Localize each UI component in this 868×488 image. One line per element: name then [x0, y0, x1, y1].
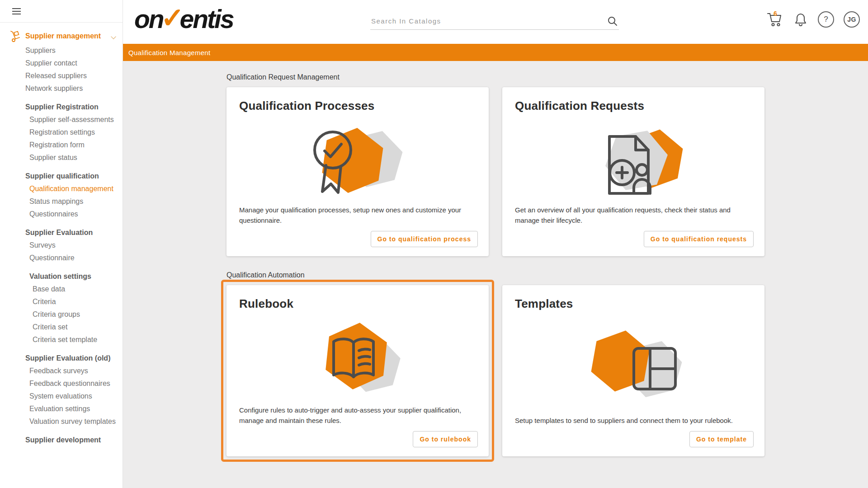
- breadcrumb-bar: Qualification Management: [123, 44, 868, 61]
- catalog-search: [370, 13, 619, 30]
- sidebar-item-status-mappings[interactable]: Status mappings: [0, 195, 123, 208]
- chevron-down-icon[interactable]: [111, 33, 116, 42]
- card-description: Manage your qualification processes, set…: [239, 205, 478, 225]
- cards-row-2: Rulebook: [226, 285, 868, 462]
- sidebar-item-supplier-management[interactable]: Supplier management: [0, 28, 123, 44]
- sidebar: Supplier management Suppliers Supplier c…: [0, 0, 123, 488]
- sidebar-item-supplier-status[interactable]: Supplier status: [0, 151, 123, 164]
- card-title: Templates: [515, 297, 754, 311]
- sidebar-item-network-suppliers[interactable]: Network suppliers: [0, 82, 123, 95]
- sidebar-item-suppliers[interactable]: Suppliers: [0, 44, 123, 57]
- section-label-qualification-request-management: Qualification Request Management: [226, 73, 868, 81]
- card-description: Setup templates to send to suppliers and…: [515, 416, 754, 426]
- go-to-rulebook-button[interactable]: Go to rulebook: [413, 431, 478, 447]
- app-root: Supplier management Suppliers Supplier c…: [0, 0, 868, 488]
- sidebar-item-questionnaire[interactable]: Questionnaire: [0, 252, 123, 264]
- cards-row-1: Qualification Processes Manage your qual…: [226, 87, 868, 256]
- card-actions: Go to qualification process: [237, 231, 478, 247]
- document-person-hexagon-icon: [513, 113, 754, 205]
- sidebar-item-surveys[interactable]: Surveys: [0, 239, 123, 252]
- card-actions: Go to template: [513, 431, 754, 447]
- card-title: Rulebook: [239, 297, 478, 311]
- go-to-qualification-process-button[interactable]: Go to qualification process: [371, 231, 478, 247]
- sidebar-item-criteria[interactable]: Criteria: [0, 296, 123, 308]
- sidebar-item-registration-settings[interactable]: Registration settings: [0, 126, 123, 139]
- sidebar-item-base-data[interactable]: Base data: [0, 283, 123, 296]
- logo-text-on: on: [134, 5, 163, 33]
- card-title: Qualification Processes: [239, 99, 478, 113]
- cart-count-badge: 6: [774, 10, 777, 17]
- header-icons: 6 ? JG: [766, 11, 860, 28]
- card-qualification-requests: Qualification Requests: [502, 87, 764, 256]
- logo-text-entis: entis: [180, 5, 233, 33]
- card-rulebook: Rulebook: [226, 285, 489, 456]
- section-label-qualification-automation: Qualification Automation: [226, 271, 868, 279]
- card-title: Qualification Requests: [515, 99, 754, 113]
- user-avatar[interactable]: JG: [844, 11, 860, 28]
- sidebar-item-evaluation-settings[interactable]: Evaluation settings: [0, 403, 123, 415]
- card-description: Get an overview of all your qualificatio…: [515, 205, 754, 225]
- sidebar-item-criteria-set[interactable]: Criteria set: [0, 321, 123, 333]
- page-title: Qualification Management: [128, 49, 210, 56]
- sidebar-item-supplier-self-assessments[interactable]: Supplier self-assessments: [0, 113, 123, 126]
- sidebar-section-supplier-qualification: Supplier qualification: [0, 170, 123, 183]
- card-qualification-processes: Qualification Processes Manage your qual…: [226, 87, 489, 256]
- sidebar-item-feedback-questionnaires[interactable]: Feedback questionnaires: [0, 377, 123, 390]
- award-hexagon-icon: [237, 113, 478, 205]
- rulebook-highlight-border: Rulebook: [221, 280, 494, 462]
- help-icon[interactable]: ?: [818, 11, 834, 28]
- sidebar-item-valuation-survey-templates[interactable]: Valuation survey templates: [0, 415, 123, 428]
- sidebar-nav: Supplier management Suppliers Supplier c…: [0, 23, 123, 446]
- go-to-template-button[interactable]: Go to template: [689, 431, 754, 447]
- search-input[interactable]: [370, 17, 606, 25]
- main-content: Qualification Request Management Qualifi…: [123, 61, 868, 488]
- card-description: Configure rules to auto-trigger and auto…: [239, 405, 478, 426]
- sidebar-item-registration-form[interactable]: Registration form: [0, 139, 123, 151]
- cart-icon[interactable]: 6: [766, 11, 783, 28]
- sidebar-item-criteria-set-template[interactable]: Criteria set template: [0, 333, 123, 346]
- onventis-logo[interactable]: on✓entis: [134, 2, 233, 35]
- sidebar-section-supplier-registration: Supplier Registration: [0, 101, 123, 113]
- open-book-hexagon-icon: [237, 311, 478, 405]
- go-to-qualification-requests-button[interactable]: Go to qualification requests: [644, 231, 754, 247]
- sidebar-item-feedback-surveys[interactable]: Feedback surveys: [0, 365, 123, 377]
- card-templates: Templates Setup templates to send to sup…: [502, 285, 764, 456]
- sidebar-item-released-suppliers[interactable]: Released suppliers: [0, 70, 123, 82]
- sidebar-item-system-evaluations[interactable]: System evaluations: [0, 390, 123, 403]
- sidebar-item-label: Supplier management: [25, 32, 101, 40]
- sidebar-item-criteria-groups[interactable]: Criteria groups: [0, 308, 123, 321]
- sidebar-section-supplier-evaluation: Supplier Evaluation: [0, 226, 123, 239]
- card-actions: Go to qualification requests: [513, 231, 754, 247]
- sidebar-item-qualification-management[interactable]: Qualification management: [0, 183, 123, 195]
- sidebar-section-valuation-settings: Valuation settings: [0, 270, 123, 283]
- sidebar-section-supplier-evaluation-old: Supplier Evaluation (old): [0, 352, 123, 365]
- hand-truck-icon: [9, 30, 22, 44]
- sidebar-section-supplier-development: Supplier development: [0, 434, 123, 446]
- sidebar-item-supplier-contact[interactable]: Supplier contact: [0, 57, 123, 70]
- hamburger-menu-icon[interactable]: [12, 8, 21, 14]
- card-actions: Go to rulebook: [237, 431, 478, 447]
- notifications-bell-icon[interactable]: [793, 12, 808, 27]
- logo-check-icon: ✓: [161, 2, 183, 33]
- sidebar-top: [0, 0, 123, 23]
- right-pane: on✓entis: [123, 0, 868, 488]
- search-icon[interactable]: [606, 16, 619, 27]
- sidebar-item-questionnaires[interactable]: Questionnaires: [0, 208, 123, 221]
- top-header: on✓entis: [123, 0, 868, 44]
- grid-layout-hexagon-icon: [513, 311, 754, 416]
